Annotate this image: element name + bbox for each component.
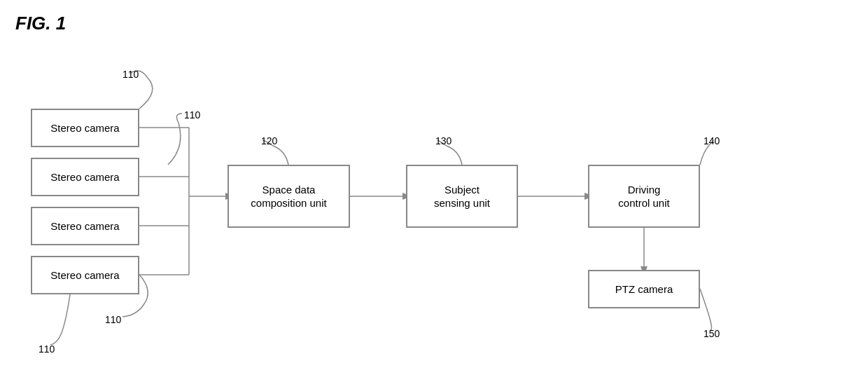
diagram-container: FIG. 1	[0, 0, 868, 382]
stereo-camera-1: Stereo camera	[31, 109, 139, 147]
ref-110c: 110	[105, 314, 121, 325]
fig-title: FIG. 1	[15, 13, 66, 34]
ref-150: 150	[704, 328, 720, 339]
space-data-unit: Space datacomposition unit	[227, 165, 350, 228]
ref-110a: 110	[122, 69, 139, 80]
ref-120: 120	[261, 135, 277, 146]
ref-140: 140	[704, 135, 720, 146]
stereo-camera-3: Stereo camera	[31, 207, 139, 245]
ref-110b: 110	[184, 109, 200, 121]
stereo-camera-4: Stereo camera	[31, 256, 139, 294]
stereo-camera-2: Stereo camera	[31, 158, 139, 196]
ref-130: 130	[435, 135, 451, 146]
ref-110d: 110	[38, 343, 55, 355]
driving-control-unit: Drivingcontrol unit	[588, 165, 700, 228]
ptz-camera: PTZ camera	[588, 270, 700, 308]
subject-sensing-unit: Subjectsensing unit	[406, 165, 518, 228]
